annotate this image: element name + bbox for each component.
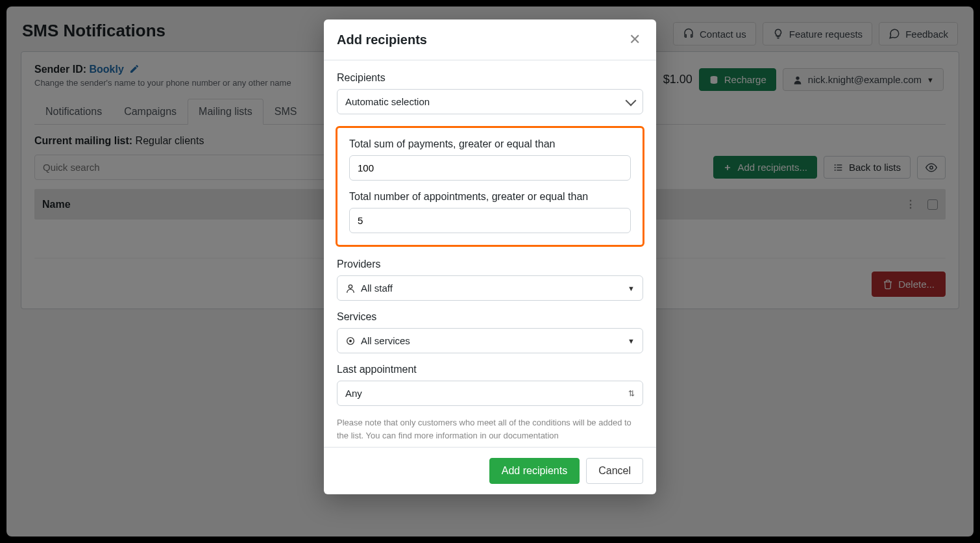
- add-recipients-modal: Add recipients ✕ Recipients Automatic se…: [324, 19, 656, 494]
- svg-point-11: [350, 340, 352, 342]
- recipients-select[interactable]: Automatic selection: [337, 89, 643, 114]
- total-sum-label: Total sum of payments, greater or equal …: [349, 138, 631, 150]
- providers-select[interactable]: All staff ▼: [337, 275, 643, 301]
- total-sum-input[interactable]: [349, 155, 631, 181]
- target-icon: [345, 336, 356, 346]
- services-label: Services: [337, 311, 643, 323]
- modal-footer: Add recipients Cancel: [324, 447, 656, 494]
- modal-overlay[interactable]: Add recipients ✕ Recipients Automatic se…: [0, 0, 980, 543]
- last-appointment-label: Last appointment: [337, 364, 643, 375]
- chevron-down-icon: [626, 95, 637, 106]
- services-select[interactable]: All services ▼: [337, 328, 643, 353]
- total-appointments-label: Total number of appointments, greater or…: [349, 191, 631, 203]
- total-appointments-input[interactable]: [349, 208, 631, 233]
- modal-title: Add recipients: [337, 32, 427, 47]
- modal-note: Please note that only customers who meet…: [337, 416, 643, 442]
- close-icon[interactable]: ✕: [626, 31, 643, 48]
- sort-icon: ⇅: [628, 389, 635, 398]
- last-appointment-select[interactable]: Any ⇅: [337, 381, 643, 406]
- user-outline-icon: [345, 283, 356, 294]
- caret-down-icon: ▼: [628, 284, 635, 292]
- modal-header: Add recipients ✕: [324, 19, 656, 60]
- highlighted-criteria-box: Total sum of payments, greater or equal …: [336, 126, 644, 247]
- providers-label: Providers: [337, 259, 643, 270]
- svg-point-9: [349, 284, 352, 288]
- caret-down-icon: ▼: [628, 337, 635, 345]
- modal-cancel-button[interactable]: Cancel: [586, 458, 643, 484]
- recipients-label: Recipients: [337, 72, 643, 84]
- modal-body: Recipients Automatic selection Total sum…: [324, 60, 656, 447]
- modal-submit-button[interactable]: Add recipients: [489, 458, 580, 484]
